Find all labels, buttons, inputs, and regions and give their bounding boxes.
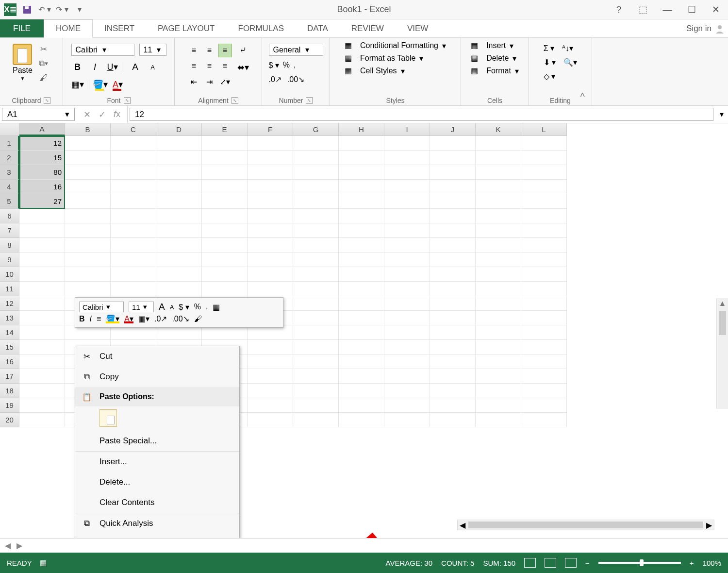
row-header-11[interactable]: 11 (0, 282, 19, 296)
cell-J2[interactable] (430, 151, 476, 165)
mini-grow-font-icon[interactable]: A (159, 302, 165, 312)
mini-font-color-icon[interactable]: A▾ (124, 314, 133, 323)
cell-I20[interactable] (384, 413, 430, 427)
cell-L18[interactable] (521, 384, 567, 398)
cell-I14[interactable] (384, 325, 430, 340)
cell-E3[interactable] (202, 165, 248, 180)
orientation-icon[interactable]: ⤢▾ (218, 75, 232, 88)
copy-icon[interactable]: ⧉▾ (37, 58, 50, 69)
row-header-17[interactable]: 17 (0, 369, 19, 384)
cell-I2[interactable] (384, 151, 430, 165)
column-header-H[interactable]: H (339, 123, 384, 136)
comma-button[interactable]: , (294, 61, 296, 70)
customize-qat-icon[interactable]: ▾ (73, 3, 86, 17)
cell-F8[interactable] (248, 238, 293, 253)
cell-B6[interactable] (65, 209, 111, 223)
cell-D5[interactable] (156, 194, 202, 209)
cell-G19[interactable] (293, 398, 339, 413)
cell-J10[interactable] (430, 267, 476, 282)
column-header-J[interactable]: J (430, 123, 476, 136)
row-header-16[interactable]: 16 (0, 354, 19, 369)
select-all-cell[interactable] (0, 123, 19, 136)
mini-inc-decimal-icon[interactable]: .0↗ (154, 314, 167, 323)
collapse-ribbon-icon[interactable]: ^ (580, 91, 585, 102)
help-icon[interactable]: ? (611, 3, 627, 17)
cell-C11[interactable] (111, 282, 156, 296)
cell-H17[interactable] (339, 369, 384, 384)
clipboard-launcher-icon[interactable]: ⤡ (44, 97, 50, 104)
cell-H10[interactable] (339, 267, 384, 282)
cell-D8[interactable] (156, 238, 202, 253)
row-header-7[interactable]: 7 (0, 223, 19, 238)
font-size-selector[interactable]: 11▾ (139, 44, 166, 56)
column-header-B[interactable]: B (65, 123, 111, 136)
cell-F6[interactable] (248, 209, 293, 223)
zoom-slider[interactable] (598, 562, 681, 564)
cell-F19[interactable] (248, 398, 293, 413)
cell-G4[interactable] (293, 180, 339, 194)
tab-page-layout[interactable]: PAGE LAYOUT (146, 19, 226, 37)
cell-G14[interactable] (293, 325, 339, 340)
cell-I13[interactable] (384, 311, 430, 325)
cell-L11[interactable] (521, 282, 567, 296)
cell-F4[interactable] (248, 180, 293, 194)
close-icon[interactable]: ✕ (708, 3, 724, 17)
shrink-font-icon[interactable]: A (147, 61, 159, 73)
cell-I6[interactable] (384, 209, 430, 223)
mini-comma-icon[interactable]: , (206, 303, 208, 311)
cell-B2[interactable] (65, 151, 111, 165)
cell-C8[interactable] (111, 238, 156, 253)
align-left-icon[interactable]: ≡ (187, 59, 201, 73)
cell-J8[interactable] (430, 238, 476, 253)
menu-clear-contents[interactable]: Clear Contents (75, 492, 239, 513)
format-as-table-button[interactable]: ▦Format as Table ▾ (345, 53, 446, 63)
tab-formulas[interactable]: FORMULAS (227, 19, 296, 37)
column-header-L[interactable]: L (521, 123, 567, 136)
tab-home[interactable]: HOME (44, 19, 93, 38)
cell-J15[interactable] (430, 340, 476, 354)
cell-J7[interactable] (430, 223, 476, 238)
cell-K5[interactable] (476, 194, 521, 209)
cell-F3[interactable] (248, 165, 293, 180)
alignment-launcher-icon[interactable]: ⤡ (232, 97, 238, 104)
cell-J19[interactable] (430, 398, 476, 413)
delete-cells-button[interactable]: ▦Delete ▾ (471, 53, 519, 63)
row-header-5[interactable]: 5 (0, 194, 19, 209)
row-header-10[interactable]: 10 (0, 267, 19, 282)
cell-L13[interactable] (521, 311, 567, 325)
cell-C7[interactable] (111, 223, 156, 238)
cell-I1[interactable] (384, 136, 430, 151)
ribbon-display-icon[interactable]: ⬚ (635, 3, 651, 17)
sign-in-button[interactable]: Sign in (686, 19, 725, 37)
menu-paste-special[interactable]: Paste Special... (75, 431, 239, 451)
cell-A14[interactable] (19, 325, 65, 340)
cell-L17[interactable] (521, 369, 567, 384)
row-header-19[interactable]: 19 (0, 398, 19, 413)
row-header-15[interactable]: 15 (0, 340, 19, 354)
cell-H6[interactable] (339, 209, 384, 223)
underline-button[interactable]: U▾ (106, 61, 119, 73)
cell-H13[interactable] (339, 311, 384, 325)
cell-I18[interactable] (384, 384, 430, 398)
cell-H15[interactable] (339, 340, 384, 354)
cell-H5[interactable] (339, 194, 384, 209)
row-header-6[interactable]: 6 (0, 209, 19, 223)
cell-A5[interactable]: 27 (19, 194, 65, 209)
cell-J20[interactable] (430, 413, 476, 427)
cell-H3[interactable] (339, 165, 384, 180)
cell-F1[interactable] (248, 136, 293, 151)
cell-J5[interactable] (430, 194, 476, 209)
mini-dec-decimal-icon[interactable]: .00↘ (172, 314, 189, 323)
tab-review[interactable]: REVIEW (340, 19, 396, 37)
format-painter-icon[interactable]: 🖌 (37, 73, 50, 84)
cell-L9[interactable] (521, 253, 567, 267)
mini-italic-button[interactable]: I (90, 315, 92, 323)
cell-K10[interactable] (476, 267, 521, 282)
number-format-selector[interactable]: General▾ (269, 44, 323, 56)
mini-percent-icon[interactable]: % (194, 303, 201, 311)
cell-H2[interactable] (339, 151, 384, 165)
name-box[interactable]: A1▾ (2, 108, 75, 121)
accounting-button[interactable]: $ ▾ (269, 61, 279, 70)
cell-L8[interactable] (521, 238, 567, 253)
cell-E8[interactable] (202, 238, 248, 253)
